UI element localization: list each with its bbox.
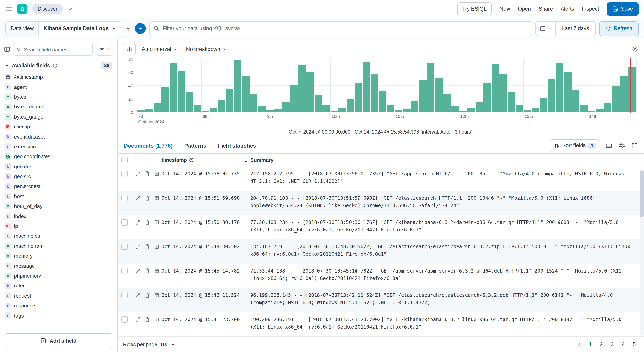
document-icon[interactable] bbox=[142, 316, 152, 322]
time-range-button[interactable]: Last 7 days bbox=[556, 25, 595, 31]
field-item-host[interactable]: thost bbox=[3, 191, 114, 201]
elastic-space-logo[interactable]: D bbox=[17, 4, 28, 14]
histogram-bar[interactable] bbox=[146, 109, 153, 112]
histogram-bar[interactable] bbox=[484, 83, 491, 112]
menu-hamburger-button[interactable] bbox=[6, 5, 12, 12]
field-item-bytes_gauge[interactable]: #bytes_gauge bbox=[3, 112, 114, 122]
histogram-bar[interactable] bbox=[548, 79, 555, 112]
kql-input[interactable] bbox=[162, 25, 528, 31]
expand-document-button[interactable] bbox=[133, 292, 142, 298]
histogram-bar[interactable] bbox=[339, 108, 346, 112]
histogram-bar[interactable] bbox=[234, 60, 242, 112]
document-icon[interactable] bbox=[142, 267, 152, 274]
histogram-bar[interactable] bbox=[186, 92, 193, 112]
field-item-geo.src[interactable]: kgeo.src bbox=[3, 171, 114, 181]
field-item-ip[interactable]: IPip bbox=[3, 221, 114, 231]
expand-document-button[interactable] bbox=[133, 243, 142, 249]
histogram-bar[interactable] bbox=[379, 91, 386, 112]
previous-page-button[interactable] bbox=[576, 342, 584, 347]
histogram-bar[interactable] bbox=[290, 84, 298, 112]
field-item-agent[interactable]: tagent bbox=[3, 82, 114, 92]
field-item-machine.os[interactable]: tmachine.os bbox=[3, 231, 114, 241]
histogram-bar[interactable] bbox=[443, 94, 451, 112]
tab-patterns[interactable]: Patterns bbox=[184, 137, 207, 153]
histogram-bar[interactable] bbox=[596, 109, 604, 112]
tab-field-statistics[interactable]: Field statistics bbox=[217, 137, 257, 153]
histogram-bar[interactable] bbox=[355, 82, 362, 112]
save-button[interactable]: Save bbox=[607, 2, 638, 15]
expand-document-button[interactable] bbox=[133, 316, 142, 322]
histogram-bar[interactable] bbox=[620, 76, 628, 112]
histogram-bar[interactable] bbox=[467, 108, 475, 112]
histogram-bar[interactable] bbox=[395, 110, 402, 112]
row-checkbox[interactable] bbox=[122, 219, 128, 226]
histogram-bar[interactable] bbox=[556, 63, 563, 112]
histogram-bar[interactable] bbox=[516, 105, 523, 112]
field-filter-button[interactable]: 0 bbox=[96, 43, 113, 56]
histogram-bar[interactable] bbox=[226, 89, 234, 112]
histogram-bar[interactable] bbox=[540, 98, 547, 112]
nav-inspect-button[interactable]: Inspect bbox=[582, 6, 599, 12]
row-checkbox[interactable] bbox=[122, 171, 128, 177]
field-item-phpmemory[interactable]: #phpmemory bbox=[3, 271, 114, 281]
document-table-icon[interactable] bbox=[152, 219, 162, 225]
display-density-button[interactable] bbox=[605, 141, 613, 150]
histogram-bar[interactable] bbox=[387, 104, 394, 112]
field-search-input[interactable] bbox=[24, 46, 89, 52]
row-checkbox[interactable] bbox=[122, 292, 128, 298]
select-all-checkbox[interactable] bbox=[122, 157, 128, 163]
chart-options-gear-button[interactable] bbox=[632, 46, 638, 52]
histogram-bar[interactable] bbox=[588, 111, 596, 112]
field-item-tags[interactable]: ttags bbox=[3, 311, 114, 321]
page-1-button[interactable]: 1 bbox=[586, 340, 595, 349]
histogram-bar[interactable] bbox=[500, 74, 507, 112]
document-icon[interactable] bbox=[142, 292, 152, 298]
nav-share-button[interactable]: Share bbox=[539, 6, 553, 12]
histogram-bar[interactable] bbox=[508, 92, 515, 112]
add-filter-button[interactable] bbox=[135, 23, 146, 34]
refresh-button[interactable]: Refresh bbox=[599, 21, 638, 36]
histogram-bar[interactable] bbox=[330, 111, 338, 112]
available-fields-header[interactable]: Available fields 28 bbox=[0, 59, 117, 71]
histogram-bar[interactable] bbox=[347, 99, 354, 112]
document-icon[interactable] bbox=[142, 170, 152, 177]
rows-per-page-button[interactable]: Rows per page: 100 bbox=[123, 342, 175, 347]
field-item-geo.dest[interactable]: kgeo.dest bbox=[3, 162, 114, 171]
field-item-memory[interactable]: #memory bbox=[3, 251, 114, 261]
field-search-box[interactable] bbox=[13, 43, 93, 56]
histogram-bar[interactable] bbox=[274, 109, 282, 112]
histogram-bar[interactable] bbox=[419, 80, 426, 112]
histogram-bar[interactable] bbox=[266, 110, 274, 112]
histogram-bar[interactable] bbox=[298, 64, 306, 112]
summary-column-header[interactable]: Summary bbox=[250, 157, 636, 163]
document-table-icon[interactable] bbox=[152, 195, 162, 201]
auto-interval-dropdown[interactable]: Auto interval bbox=[140, 44, 180, 54]
page-3-button[interactable]: 3 bbox=[608, 340, 616, 349]
expand-document-button[interactable] bbox=[133, 170, 142, 177]
row-height-settings-button[interactable] bbox=[618, 141, 626, 150]
histogram-bar[interactable] bbox=[138, 110, 145, 112]
row-checkbox[interactable] bbox=[122, 195, 128, 201]
chart-visualization-button[interactable] bbox=[123, 43, 136, 55]
histogram-bar[interactable] bbox=[162, 87, 169, 112]
field-item-index[interactable]: tindex bbox=[3, 211, 114, 221]
data-view-picker[interactable]: Data view Kibana Sample Data Logs bbox=[6, 21, 122, 36]
document-table-icon[interactable] bbox=[152, 316, 162, 322]
document-icon[interactable] bbox=[142, 195, 152, 201]
histogram-bar[interactable] bbox=[564, 72, 572, 112]
histogram-bar[interactable] bbox=[476, 102, 483, 112]
field-item-geo.coordinates[interactable]: geo.coordinates bbox=[3, 152, 114, 162]
nav-new-button[interactable]: New bbox=[500, 6, 510, 12]
timestamp-column-header[interactable]: timestamp bbox=[162, 157, 242, 163]
field-item-response[interactable]: tresponse bbox=[3, 301, 114, 311]
try-esql-button[interactable]: Try ES|QL bbox=[457, 2, 492, 15]
expand-document-button[interactable] bbox=[133, 267, 142, 274]
histogram-bar[interactable] bbox=[451, 106, 459, 112]
field-item-bytes_counter[interactable]: #bytes_counter bbox=[3, 102, 114, 112]
page-5-button[interactable]: 5 bbox=[630, 340, 638, 349]
histogram-bar[interactable] bbox=[250, 94, 258, 112]
histogram-bars[interactable] bbox=[137, 59, 636, 112]
add-field-button[interactable]: Add a field bbox=[5, 333, 112, 348]
histogram-bar[interactable] bbox=[492, 64, 499, 112]
histogram-bar[interactable] bbox=[532, 108, 539, 112]
